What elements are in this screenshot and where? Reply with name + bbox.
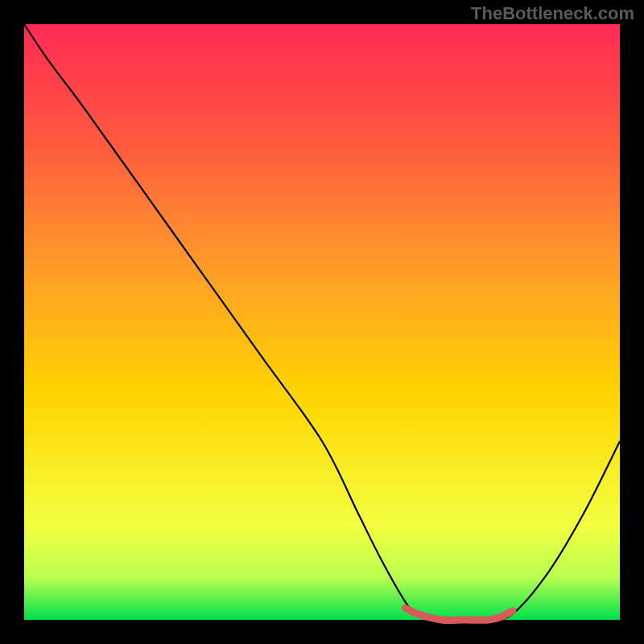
watermark-text: TheBottleneck.com: [471, 3, 634, 24]
bottleneck-chart: [0, 0, 644, 644]
chart-container: TheBottleneck.com: [0, 0, 644, 644]
plot-background: [24, 24, 620, 620]
